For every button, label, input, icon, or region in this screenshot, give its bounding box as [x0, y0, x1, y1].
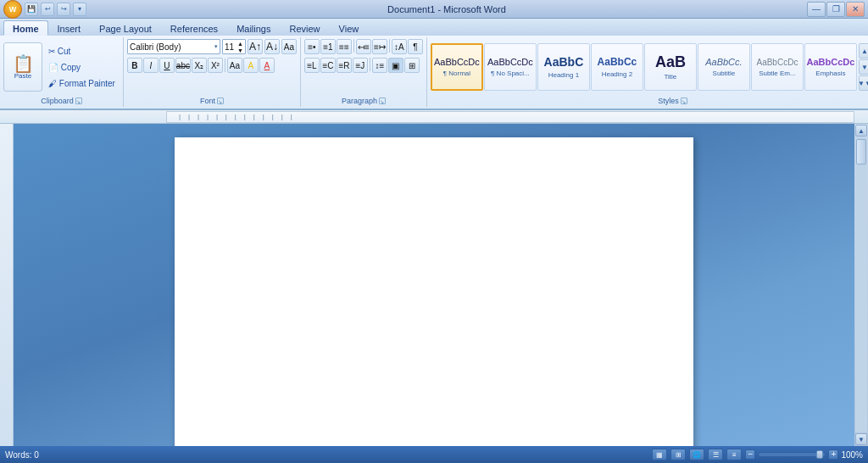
highlight-button[interactable]: A [243, 58, 259, 73]
bold-button[interactable]: B [127, 58, 142, 73]
web-layout-button[interactable]: 🌐 [689, 449, 704, 460]
style-heading1-preview: AaBbC [544, 55, 584, 70]
subscript-button[interactable]: X₂ [192, 58, 207, 73]
minimize-button[interactable]: — [807, 2, 826, 17]
outline-button[interactable]: ☰ [708, 449, 723, 460]
zoom-slider[interactable] [758, 452, 826, 457]
style-subtitle-label: Subtitle [713, 70, 736, 77]
font-expand[interactable]: ↘ [217, 98, 224, 104]
style-normal-preview: AaBbCcDc [434, 57, 480, 68]
redo-qat-button[interactable]: ↪ [57, 3, 70, 16]
style-heading2[interactable]: AaBbCc Heading 2 [591, 43, 643, 91]
para-sep3 [370, 58, 370, 71]
tab-page-layout[interactable]: Page Layout [90, 20, 161, 36]
close-button[interactable]: ✕ [846, 2, 865, 17]
show-marks-button[interactable]: ¶ [408, 39, 423, 54]
office-button[interactable]: W [3, 0, 22, 19]
justify-button[interactable]: ≡J [353, 58, 368, 73]
draft-button[interactable]: ≡ [726, 449, 742, 460]
tab-home[interactable]: Home [3, 20, 48, 36]
superscript-button[interactable]: X² [208, 58, 223, 73]
paragraph-bottom-row: ≡L ≡C ≡R ≡J ↕≡ ▣ ⊞ [304, 58, 420, 73]
multilevel-list-button[interactable]: ≡≡ [337, 39, 352, 54]
style-title-preview: AaB [655, 53, 686, 72]
format-painter-button[interactable]: 🖌 Format Painter [44, 75, 120, 91]
scroll-up-arrow[interactable]: ▲ [855, 125, 867, 137]
undo-qat-button[interactable]: ↩ [41, 3, 54, 16]
bullets-button[interactable]: ≡• [304, 39, 320, 54]
numbering-button[interactable]: ≡1 [320, 39, 336, 54]
clipboard-small-buttons: ✂ Cut 📄 Copy 🖌 Format Painter [44, 43, 120, 91]
font-size-value: 11 [225, 42, 234, 52]
scroll-down-arrow[interactable]: ▼ [855, 433, 867, 445]
clipboard-content: 📋 Paste ✂ Cut 📄 Copy 🖌 Format Painter [3, 39, 120, 95]
align-center-button[interactable]: ≡C [320, 58, 336, 73]
line-spacing-button[interactable]: ↕≡ [372, 58, 387, 73]
clipboard-expand[interactable]: ↘ [75, 98, 82, 104]
styles-more[interactable]: ▼▼ [859, 75, 868, 91]
status-left: Words: 0 [5, 450, 39, 460]
full-screen-button[interactable]: ⊞ [670, 449, 686, 460]
copy-button[interactable]: 📄 Copy [44, 59, 120, 75]
zoom-out-button[interactable]: − [745, 449, 755, 460]
style-no-spacing-label: ¶ No Spaci... [491, 70, 530, 77]
styles-scroll-up[interactable]: ▲ [859, 43, 868, 59]
tab-review[interactable]: Review [280, 20, 329, 36]
font-size-arrows: ▲ ▼ [237, 41, 243, 53]
styles-expand[interactable]: ↘ [681, 98, 687, 104]
print-layout-button[interactable]: ▦ [652, 449, 667, 460]
style-no-spacing[interactable]: AaBbCcDc ¶ No Spaci... [484, 43, 537, 91]
clipboard-label: Clipboard ↘ [3, 97, 120, 105]
font-group: Calibri (Body) ▾ 11 ▲ ▼ A↑ A↓ Aa [124, 37, 301, 107]
sort-button[interactable]: ↕A [392, 39, 407, 54]
paste-button[interactable]: 📋 Paste [3, 42, 42, 92]
shading-button[interactable]: ▣ [388, 58, 403, 73]
style-emphasis[interactable]: AaBbCcDc Emphasis [804, 43, 857, 91]
style-heading1[interactable]: AaBbC Heading 1 [537, 43, 590, 91]
tab-references[interactable]: References [161, 20, 227, 36]
paragraph-label: Paragraph ↘ [304, 97, 423, 105]
shrink-font-button[interactable]: A↓ [264, 39, 280, 54]
window-controls: — ❐ ✕ [807, 2, 865, 17]
font-name-selector[interactable]: Calibri (Body) ▾ [127, 39, 220, 54]
style-subtitle[interactable]: AaBbCc. Subtitle [698, 43, 750, 91]
decrease-indent-button[interactable]: ↤≡ [356, 39, 371, 54]
tab-mailings[interactable]: Mailings [227, 20, 280, 36]
align-right-button[interactable]: ≡R [337, 58, 352, 73]
paragraph-expand[interactable]: ↘ [379, 98, 386, 104]
style-subtle-em-preview: AaBbCcDc [756, 58, 798, 68]
tab-insert[interactable]: Insert [48, 20, 91, 36]
font-size-selector[interactable]: 11 ▲ ▼ [222, 39, 246, 54]
document-page[interactable] [175, 137, 693, 446]
save-qat-button[interactable]: 💾 [25, 3, 38, 16]
clipboard-group: 📋 Paste ✂ Cut 📄 Copy 🖌 Format Painter Cl… [0, 37, 124, 107]
tab-view[interactable]: View [330, 20, 369, 36]
style-title[interactable]: AaB Title [644, 43, 697, 91]
zoom-thumb[interactable] [816, 450, 823, 459]
clear-format-button[interactable]: Aa [281, 39, 297, 54]
style-normal[interactable]: AaBbCcDc ¶ Normal [431, 43, 483, 91]
style-heading1-label: Heading 1 [548, 71, 579, 79]
borders-button[interactable]: ⊞ [404, 58, 420, 73]
customize-qat-button[interactable]: ▾ [73, 3, 86, 16]
cut-button[interactable]: ✂ Cut [44, 43, 120, 59]
styles-scroll-down[interactable]: ▼ [859, 59, 868, 75]
font-color-button[interactable]: A [259, 58, 275, 73]
scroll-track[interactable] [855, 137, 867, 432]
zoom-in-button[interactable]: + [828, 449, 838, 460]
style-subtle-em[interactable]: AaBbCcDc Subtle Em... [751, 43, 804, 91]
scroll-thumb[interactable] [856, 139, 866, 165]
document-scroll-area[interactable] [14, 124, 854, 446]
style-emphasis-label: Emphasis [815, 70, 845, 77]
font-content: Calibri (Body) ▾ 11 ▲ ▼ A↑ A↓ Aa [127, 39, 297, 95]
grow-font-button[interactable]: A↑ [248, 39, 263, 54]
restore-button[interactable]: ❐ [826, 2, 845, 17]
italic-button[interactable]: I [143, 58, 159, 73]
strikethrough-button[interactable]: abc [175, 58, 191, 73]
title-bar-left: W 💾 ↩ ↪ ▾ [3, 0, 86, 19]
styles-gallery: AaBbCcDc ¶ Normal AaBbCcDc ¶ No Spaci...… [431, 42, 857, 92]
align-left-button[interactable]: ≡L [304, 58, 320, 73]
text-effects-button[interactable]: Aa [227, 58, 242, 73]
increase-indent-button[interactable]: ≡↦ [372, 39, 387, 54]
underline-button[interactable]: U [159, 58, 175, 73]
